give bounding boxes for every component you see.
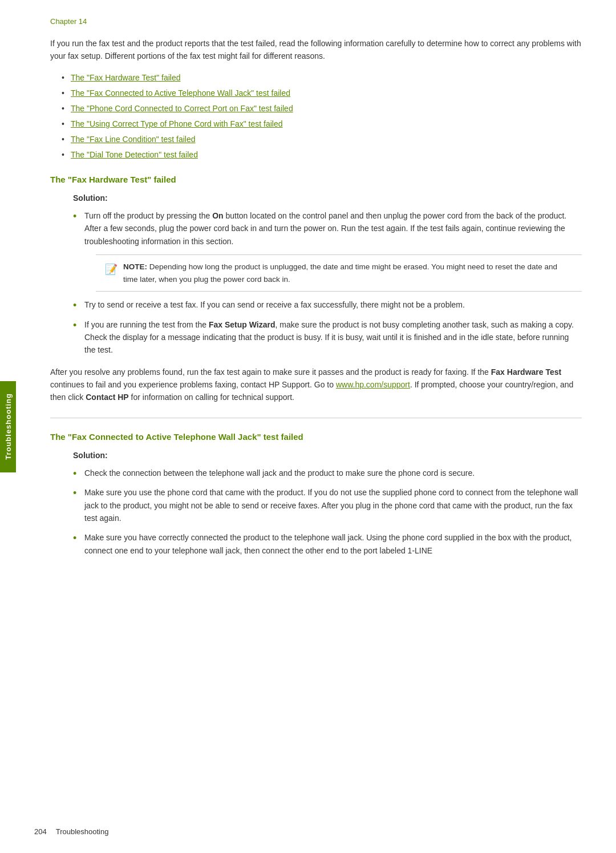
page-footer: 204 Troubleshooting [34,827,582,836]
list-item: Make sure you have correctly connected t… [73,531,582,557]
toc-link-6[interactable]: The "Dial Tone Detection" test failed [71,150,198,159]
list-item: The "Dial Tone Detection" test failed [62,149,582,161]
note-body: Depending how long the product is unplug… [123,262,557,284]
list-item: The "Using Correct Type of Phone Cord wi… [62,118,582,130]
list-item: Try to send or receive a test fax. If yo… [73,298,582,311]
list-item: If you are running the test from the Fax… [73,318,582,357]
section-divider [50,418,582,418]
toc-link-2[interactable]: The "Fax Connected to Active Telephone W… [71,88,290,98]
list-item: The "Phone Cord Connected to Correct Por… [62,103,582,115]
toc-list: The "Fax Hardware Test" failed The "Fax … [50,72,582,161]
sidebar-tab: Troubleshooting [0,381,16,472]
list-item: The "Fax Hardware Test" failed [62,72,582,84]
intro-paragraph: If you run the fax test and the product … [50,37,582,63]
list-item: Turn off the product by pressing the On … [73,209,582,292]
section2-bullet-list: Check the connection between the telepho… [73,467,582,557]
section2-solutions: Check the connection between the telepho… [73,467,582,557]
list-item: Make sure you use the phone cord that ca… [73,486,582,524]
note-text: NOTE: Depending how long the product is … [123,261,573,285]
section1-heading: The "Fax Hardware Test" failed [50,175,582,184]
section1-solutions: Turn off the product by pressing the On … [73,209,582,357]
list-item: The "Fax Connected to Active Telephone W… [62,87,582,99]
section1-solution-label: Solution: [73,193,582,203]
section2-solution-label: Solution: [73,451,582,460]
toc-link-5[interactable]: The "Fax Line Condition" test failed [71,135,196,144]
note-box: 📝 NOTE: Depending how long the product i… [96,254,582,292]
section1-bullet-list: Turn off the product by pressing the On … [73,209,582,357]
hp-support-link[interactable]: www.hp.com/support [336,380,410,389]
chapter-header: Chapter 14 [50,17,582,26]
note-icon: 📝 [105,261,117,278]
section2-heading: The "Fax Connected to Active Telephone W… [50,432,582,442]
footer-page-number: 204 [34,827,47,836]
toc-link-3[interactable]: The "Phone Cord Connected to Correct Por… [71,104,293,113]
note-label: NOTE: [123,262,147,271]
list-item: Check the connection between the telepho… [73,467,582,479]
sidebar-label: Troubleshooting [4,393,13,460]
chapter-label: Chapter 14 [50,17,87,26]
toc-link-1[interactable]: The "Fax Hardware Test" failed [71,73,181,82]
toc-link-4[interactable]: The "Using Correct Type of Phone Cord wi… [71,119,283,128]
footer-label: Troubleshooting [56,827,109,836]
list-item: The "Fax Line Condition" test failed [62,134,582,145]
section1-para: After you resolve any problems found, ru… [50,366,582,404]
